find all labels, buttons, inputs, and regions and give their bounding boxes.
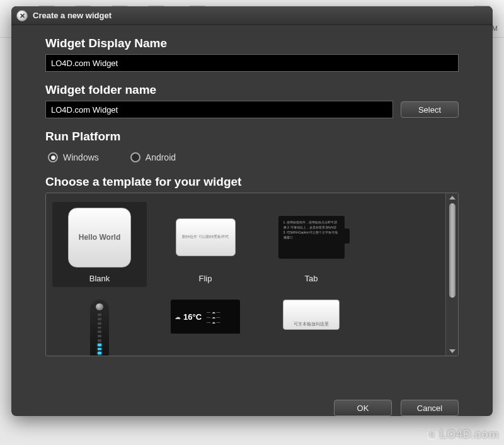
display-name-input[interactable] bbox=[45, 54, 459, 72]
folder-name-input[interactable] bbox=[45, 101, 393, 118]
template-scrollbar[interactable] bbox=[445, 193, 458, 356]
template-weather[interactable]: ☁ 16°C — ☁ —— ☁ —— ☁ — bbox=[158, 296, 253, 334]
dialog-title: Create a new widget bbox=[33, 11, 112, 20]
template-card[interactable]: 可文本输放到这里 bbox=[264, 296, 358, 334]
template-blank[interactable]: Hello World Blank bbox=[52, 202, 147, 287]
platform-android-radio[interactable]: Android bbox=[130, 152, 176, 162]
scroll-thumb[interactable] bbox=[449, 203, 455, 298]
display-name-label: Widget Display Name bbox=[45, 37, 459, 50]
template-label: Flip bbox=[199, 274, 212, 283]
radio-icon bbox=[48, 152, 58, 162]
template-volume[interactable]: Volume bbox=[52, 296, 147, 356]
dialog-titlebar[interactable]: ✕ Create a new widget bbox=[11, 6, 493, 25]
platform-windows-radio[interactable]: Windows bbox=[48, 152, 99, 162]
template-thumb bbox=[90, 300, 109, 356]
dialog-content: Widget Display Name Widget folder name S… bbox=[11, 25, 493, 388]
template-flip[interactable]: 翻转组件 可以翻转面板样式 Flip bbox=[158, 202, 253, 287]
select-folder-button[interactable]: Select bbox=[401, 101, 459, 118]
template-thumb: ☁ 16°C — ☁ —— ☁ —— ☁ — bbox=[171, 300, 240, 334]
cancel-button[interactable]: Cancel bbox=[401, 400, 459, 416]
radio-label: Windows bbox=[63, 152, 99, 162]
template-picker: Hello World Blank 翻转组件 可以翻转面板样式 Flip 1. … bbox=[45, 193, 459, 356]
create-widget-dialog: ✕ Create a new widget Widget Display Nam… bbox=[11, 6, 493, 416]
template-grid: Hello World Blank 翻转组件 可以翻转面板样式 Flip 1. … bbox=[46, 193, 445, 356]
template-label: Tab bbox=[305, 274, 318, 283]
template-label: Blank bbox=[89, 274, 110, 283]
radio-label: Android bbox=[146, 152, 176, 162]
ok-button[interactable]: OK bbox=[334, 400, 392, 416]
scroll-down-icon[interactable] bbox=[449, 349, 455, 353]
template-tab[interactable]: 1. 使用标签组件，使用鼠标点击即可切换 2. 可移动以上，这是标签页2的内容 … bbox=[264, 202, 358, 287]
template-thumb: Hello World bbox=[68, 208, 131, 268]
platform-radio-group: Windows Android bbox=[48, 152, 459, 162]
template-thumb: 翻转组件 可以翻转面板样式 bbox=[176, 218, 236, 256]
template-thumb: 可文本输放到这里 bbox=[283, 300, 340, 330]
dialog-button-row: OK Cancel bbox=[11, 388, 493, 416]
template-thumb: 1. 使用标签组件，使用鼠标点击即可切换 2. 可移动以上，这是标签页2的内容 … bbox=[278, 216, 345, 259]
watermark: CLO4D.com bbox=[427, 428, 499, 441]
radio-icon bbox=[130, 152, 140, 162]
run-platform-label: Run Platform bbox=[45, 130, 459, 144]
scroll-up-icon[interactable] bbox=[449, 196, 455, 200]
choose-template-label: Choose a template for your widget bbox=[45, 175, 459, 189]
folder-name-label: Widget folder name bbox=[45, 83, 459, 97]
close-icon[interactable]: ✕ bbox=[16, 10, 28, 21]
